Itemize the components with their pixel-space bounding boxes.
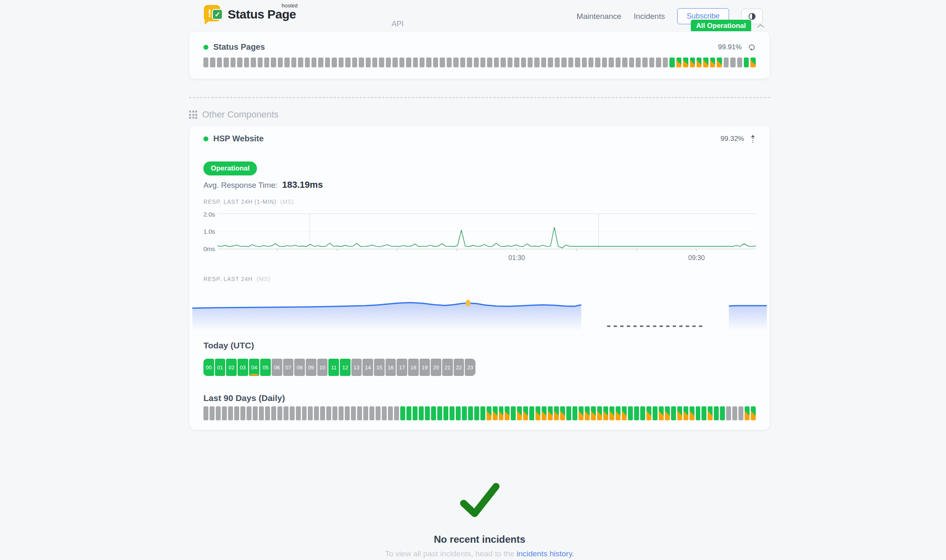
uptime-bar[interactable]: [251, 58, 256, 67]
uptime-bar[interactable]: [271, 58, 276, 67]
uptime-bar[interactable]: [487, 58, 492, 67]
uptime-bar[interactable]: [352, 58, 357, 67]
daily-uptime-bar[interactable]: [450, 406, 455, 420]
daily-uptime-bar[interactable]: [437, 406, 442, 420]
hour-block[interactable]: 16: [385, 359, 396, 376]
incidents-history-link[interactable]: incidents history.: [517, 549, 574, 558]
uptime-bar[interactable]: [332, 58, 337, 67]
uptime-bar[interactable]: [311, 58, 316, 67]
daily-uptime-bar[interactable]: [320, 406, 325, 420]
daily-uptime-bar[interactable]: [210, 406, 215, 420]
daily-uptime-bar[interactable]: [302, 406, 307, 420]
daily-uptime-bar[interactable]: [572, 406, 577, 420]
hour-block[interactable]: 00: [203, 359, 214, 376]
uptime-bar[interactable]: [392, 58, 397, 67]
daily-uptime-bar[interactable]: [517, 406, 522, 420]
hour-block[interactable]: 12: [340, 359, 351, 376]
daily-uptime-bar[interactable]: [634, 406, 639, 420]
uptime-bar[interactable]: [514, 58, 519, 67]
uptime-bar[interactable]: [501, 58, 505, 67]
uptime-bar[interactable]: [460, 58, 465, 67]
hour-block[interactable]: 14: [362, 359, 373, 376]
expand-button[interactable]: [750, 134, 756, 143]
daily-uptime-bar[interactable]: [474, 406, 479, 420]
uptime-bar[interactable]: [521, 58, 526, 67]
daily-uptime-bar[interactable]: [708, 406, 713, 420]
uptime-bar[interactable]: [683, 58, 688, 67]
uptime-bar[interactable]: [413, 58, 418, 67]
daily-uptime-bar[interactable]: [616, 406, 621, 420]
uptime-bar[interactable]: [372, 58, 377, 67]
daily-uptime-bar[interactable]: [480, 406, 485, 420]
daily-uptime-bar[interactable]: [284, 406, 288, 420]
refresh-button[interactable]: [748, 43, 756, 51]
uptime-bar[interactable]: [528, 58, 533, 67]
uptime-bar[interactable]: [433, 58, 438, 67]
daily-uptime-bar[interactable]: [579, 406, 584, 420]
daily-uptime-bar[interactable]: [369, 406, 374, 420]
uptime-bar[interactable]: [568, 58, 573, 67]
uptime-bar[interactable]: [345, 58, 350, 67]
daily-uptime-bar[interactable]: [628, 406, 633, 420]
uptime-bar[interactable]: [494, 58, 499, 67]
uptime-bar[interactable]: [663, 58, 668, 67]
daily-uptime-bar[interactable]: [696, 406, 701, 420]
hour-block[interactable]: 01: [215, 359, 226, 376]
daily-uptime-bar[interactable]: [487, 406, 491, 420]
uptime-bar[interactable]: [453, 58, 458, 67]
daily-uptime-bar[interactable]: [394, 406, 399, 420]
daily-uptime-bar[interactable]: [357, 406, 362, 420]
uptime-bar[interactable]: [284, 58, 289, 67]
hour-block[interactable]: 02: [226, 359, 237, 376]
uptime-bar[interactable]: [744, 58, 749, 67]
uptime-bar[interactable]: [609, 58, 614, 67]
daily-uptime-bar[interactable]: [751, 406, 756, 420]
hour-block[interactable]: 06: [272, 359, 282, 376]
daily-uptime-bar[interactable]: [388, 406, 393, 420]
daily-uptime-bar[interactable]: [701, 406, 706, 420]
daily-uptime-bar[interactable]: [222, 406, 227, 420]
daily-uptime-bar[interactable]: [726, 406, 731, 420]
hour-block[interactable]: 07: [283, 359, 294, 376]
daily-uptime-bar[interactable]: [431, 406, 436, 420]
daily-uptime-bar[interactable]: [720, 406, 725, 420]
daily-uptime-bar[interactable]: [406, 406, 411, 420]
uptime-bar[interactable]: [710, 58, 715, 67]
uptime-bar[interactable]: [379, 58, 384, 67]
daily-uptime-bar[interactable]: [203, 406, 208, 420]
uptime-bar[interactable]: [703, 58, 708, 67]
daily-uptime-bar[interactable]: [326, 406, 331, 420]
daily-uptime-bar[interactable]: [560, 406, 565, 420]
daily-uptime-bar[interactable]: [443, 406, 448, 420]
hour-block[interactable]: 20: [431, 359, 441, 376]
daily-uptime-bar[interactable]: [425, 406, 430, 420]
daily-uptime-bar[interactable]: [745, 406, 750, 420]
daily-uptime-bar[interactable]: [228, 406, 233, 420]
daily-uptime-bar[interactable]: [665, 406, 670, 420]
daily-uptime-bar[interactable]: [345, 406, 350, 420]
daily-uptime-bar[interactable]: [259, 406, 264, 420]
hour-block[interactable]: 08: [294, 359, 305, 376]
nav-maintenance[interactable]: Maintenance: [577, 12, 621, 21]
daily-uptime-bar[interactable]: [529, 406, 534, 420]
uptime-bar[interactable]: [724, 58, 729, 67]
daily-uptime-bar[interactable]: [646, 406, 651, 420]
uptime-bar[interactable]: [231, 58, 235, 67]
daily-uptime-bar[interactable]: [382, 406, 387, 420]
daily-uptime-bar[interactable]: [640, 406, 645, 420]
daily-uptime-bar[interactable]: [732, 406, 737, 420]
hour-block[interactable]: 22: [454, 359, 464, 376]
daily-uptime-bar[interactable]: [234, 406, 239, 420]
daily-uptime-bar[interactable]: [462, 406, 467, 420]
uptime-bar[interactable]: [386, 58, 391, 67]
daily-uptime-bar[interactable]: [456, 406, 461, 420]
daily-uptime-bar[interactable]: [659, 406, 664, 420]
highlight-marker-dot[interactable]: [466, 300, 471, 307]
uptime-bar[interactable]: [467, 58, 472, 67]
uptime-bar[interactable]: [616, 58, 621, 67]
daily-uptime-bar[interactable]: [535, 406, 540, 420]
daily-uptime-bar[interactable]: [265, 406, 270, 420]
hour-block[interactable]: 09: [306, 359, 316, 376]
uptime-bar[interactable]: [555, 58, 560, 67]
uptime-bar[interactable]: [676, 58, 681, 67]
